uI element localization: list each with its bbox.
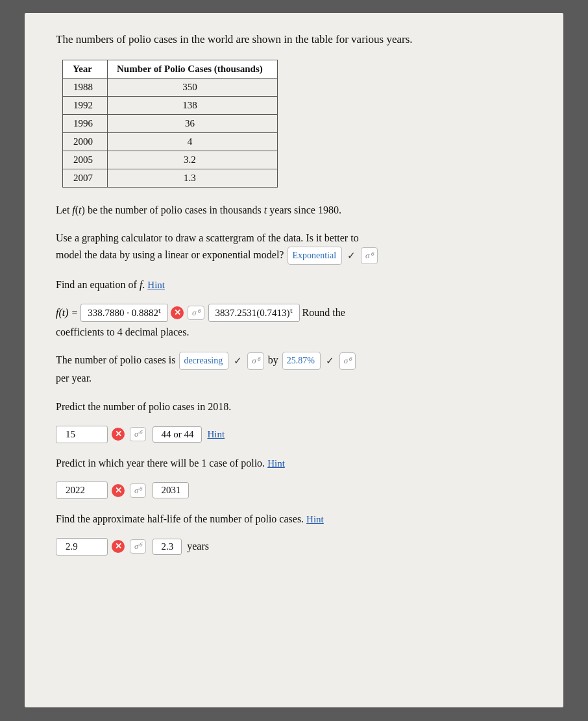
q5-correct-answer: 44 or 44 (153, 426, 202, 443)
table-cell-year: 1988 (63, 78, 108, 96)
q6-hint[interactable]: Hint (267, 458, 285, 469)
main-page: The numbers of polio cases in the world … (25, 13, 563, 707)
q2-text: Use a graphing calculator to draw a scat… (56, 230, 532, 265)
percent-dropdown[interactable]: 25.87% (282, 352, 321, 370)
q3-hint[interactable]: Hint (147, 280, 165, 290)
q3-sub-text: coefficients to 4 decimal places. (56, 324, 532, 340)
table-cell-cases: 1.3 (108, 169, 278, 187)
q6-wrong-answer: 2022 (56, 482, 108, 499)
table-row: 20071.3 (63, 169, 278, 187)
q3-answer-row: f(t) = 338.7880 · 0.8882ᵗ ✕ σ⁶ 3837.2531… (56, 304, 532, 322)
q7-text: Find the approximate half-life of the nu… (56, 511, 532, 528)
f-label: f(t) = (56, 307, 78, 319)
round-text: Round the (302, 307, 345, 319)
check-icon-q4b: ✓ (326, 353, 334, 369)
q3-wrong-answer: 338.7880 · 0.8882ᵗ (80, 304, 168, 322)
model-type-dropdown[interactable]: Exponential (288, 247, 342, 265)
sigma-icon-q6[interactable]: σ⁶ (130, 483, 146, 498)
table-cell-cases: 4 (108, 132, 278, 151)
table-cell-cases: 350 (108, 78, 278, 96)
table-cell-year: 2007 (63, 169, 108, 187)
table-cell-year: 2000 (63, 132, 108, 151)
table-cell-cases: 138 (108, 96, 278, 114)
table-cell-year: 1992 (63, 96, 108, 114)
q7-answer-row: 2.9 ✕ σ⁶ 2.3 years (56, 538, 532, 556)
q6-correct-answer: 2031 (153, 482, 189, 498)
table-cell-year: 1996 (63, 114, 108, 132)
table-row: 1992138 (63, 96, 278, 114)
table-row: 1988350 (63, 78, 278, 96)
q4-text: The number of polio cases is decreasing … (56, 352, 532, 387)
polio-table: Year Number of Polio Cases (thousands) 1… (62, 60, 278, 188)
sigma-icon-q7[interactable]: σ⁶ (130, 539, 146, 554)
sigma-icon-q2[interactable]: σ⁶ (361, 247, 377, 265)
q5-text: Predict the number of polio cases in 201… (56, 398, 532, 415)
sigma-icon-q4b[interactable]: σ⁶ (339, 352, 356, 370)
col-year-header: Year (63, 60, 108, 78)
q7-wrong-answer: 2.9 (56, 538, 108, 556)
col-cases-header: Number of Polio Cases (thousands) (108, 60, 278, 78)
q5-answer-row: 15 ✕ σ⁶ 44 or 44 Hint (56, 426, 532, 443)
x-badge-q5: ✕ (112, 428, 125, 441)
q1-text: Let f(t) be the number of polio cases in… (56, 202, 532, 219)
q3-correct-answer: 3837.2531(0.7413)ᵗ (208, 304, 300, 322)
q5-wrong-answer: 15 (56, 426, 108, 443)
q7-hint[interactable]: Hint (306, 514, 324, 524)
q6-answer-row: 2022 ✕ σ⁶ 2031 (56, 482, 532, 499)
q7-correct-answer: 2.3 (153, 539, 182, 555)
q3-text: Find an equation of f. Hint (56, 276, 532, 293)
table-cell-cases: 36 (108, 114, 278, 132)
table-row: 20004 (63, 132, 278, 151)
q6-text: Predict in which year there will be 1 ca… (56, 455, 532, 472)
sigma-icon-q5[interactable]: σ⁶ (130, 427, 146, 441)
years-label: years (187, 541, 209, 552)
intro-text: The numbers of polio cases in the world … (56, 31, 532, 48)
table-row: 199636 (63, 114, 278, 132)
x-badge-q7: ✕ (112, 540, 125, 553)
x-badge-q6: ✕ (112, 484, 125, 497)
table-cell-year: 2005 (63, 151, 108, 169)
x-badge-q3: ✕ (171, 306, 184, 319)
check-icon-q4: ✓ (234, 353, 242, 369)
table-row: 20053.2 (63, 151, 278, 169)
sigma-icon-q3[interactable]: σ⁶ (188, 306, 204, 320)
table-cell-cases: 3.2 (108, 151, 278, 169)
check-icon-q2: ✓ (347, 248, 356, 263)
trend-dropdown[interactable]: decreasing (179, 352, 228, 370)
sigma-icon-q4a[interactable]: σ⁶ (247, 352, 263, 370)
q5-hint[interactable]: Hint (207, 429, 225, 440)
